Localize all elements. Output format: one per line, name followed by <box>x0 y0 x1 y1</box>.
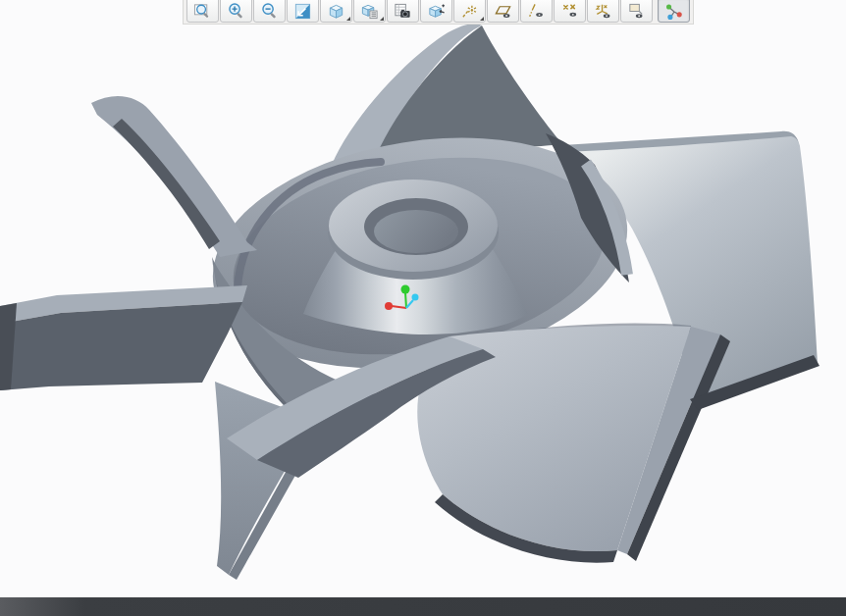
zoom-region-icon <box>193 2 212 21</box>
spin-center-icon <box>664 2 683 21</box>
cube-views-icon <box>327 2 345 21</box>
refit-icon <box>293 2 312 21</box>
zoom-out-button[interactable] <box>253 0 286 23</box>
zoom-out-icon <box>260 2 279 21</box>
zoom-region-button[interactable] <box>186 0 219 23</box>
plane-eye-icon <box>494 2 512 21</box>
dropdown-corner-icon[interactable] <box>480 17 484 21</box>
annotation-display-button[interactable] <box>620 0 653 23</box>
dropdown-corner-icon[interactable] <box>346 17 350 21</box>
zoom-in-button[interactable] <box>220 0 252 23</box>
graphics-area[interactable] <box>0 0 846 597</box>
impeller-model[interactable] <box>0 0 846 597</box>
cube-arrow-icon <box>427 2 446 21</box>
axis-eye-icon <box>527 2 546 21</box>
graphics-toolbar <box>183 0 694 25</box>
point-display-button[interactable] <box>554 0 586 23</box>
dropdown-corner-icon[interactable] <box>380 17 384 21</box>
cube-list-icon <box>360 2 379 21</box>
reorient-view-button[interactable] <box>420 0 452 23</box>
blade-upper-left[interactable] <box>91 96 257 257</box>
datum-display-filters-button[interactable] <box>453 0 486 23</box>
status-bar <box>0 597 846 616</box>
csys-eye-icon <box>594 2 612 21</box>
axis-display-button[interactable] <box>520 0 553 23</box>
datum-asterisk-icon <box>460 2 479 21</box>
blade-left[interactable] <box>0 285 247 390</box>
csys-display-button[interactable] <box>587 0 619 23</box>
display-style-button[interactable] <box>353 0 386 23</box>
zoom-in-icon <box>227 2 245 21</box>
points-eye-icon <box>560 2 579 21</box>
table-camera-icon <box>394 2 412 21</box>
annotation-eye-icon <box>627 2 646 21</box>
saved-orientations-button[interactable] <box>320 0 352 23</box>
refit-button[interactable] <box>287 0 319 23</box>
spin-center-button[interactable] <box>658 0 690 23</box>
view-manager-button[interactable] <box>387 0 419 23</box>
plane-display-button[interactable] <box>487 0 519 23</box>
